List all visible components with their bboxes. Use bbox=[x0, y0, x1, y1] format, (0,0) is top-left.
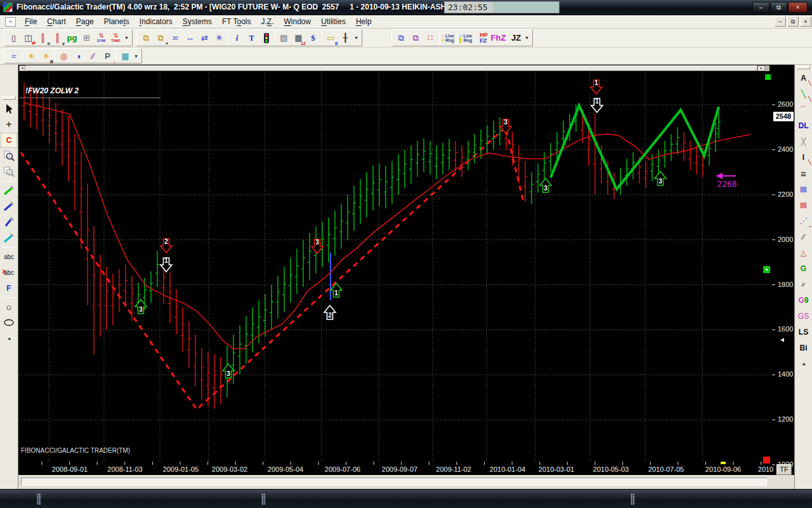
cross-lines-tool[interactable]: ╳ bbox=[796, 134, 812, 149]
right-toolbox-handle[interactable] bbox=[797, 66, 810, 69]
arc-tool[interactable]: ⌒ bbox=[796, 102, 812, 117]
fan-tool[interactable]: ∕∕∕ bbox=[796, 277, 812, 292]
menu-fttools[interactable]: FT Tools bbox=[217, 16, 256, 27]
calendar-icon[interactable]: ▦12 bbox=[291, 30, 306, 45]
text-abc-tool[interactable]: abc bbox=[1, 249, 17, 264]
bars-n-icon[interactable]: ║n bbox=[36, 30, 50, 45]
open-page-icon[interactable]: ◫⇄ bbox=[21, 30, 36, 45]
planet-lines-icon[interactable]: ≈ bbox=[6, 49, 21, 64]
dl-tool[interactable]: DL bbox=[796, 118, 812, 133]
pitchfork-tool[interactable]: A╲ bbox=[796, 70, 812, 86]
print-icon[interactable]: ▤ bbox=[277, 30, 291, 45]
zoom-disabled-tool[interactable] bbox=[1, 164, 17, 180]
pan-icon[interactable]: ⇄ bbox=[197, 30, 212, 45]
menu-planets[interactable]: Planets bbox=[99, 16, 134, 27]
menu-page[interactable]: Page bbox=[71, 16, 99, 27]
range-bars-tool[interactable]: ⋰▪ bbox=[796, 213, 812, 229]
expand-bars-icon[interactable]: ↔ bbox=[183, 30, 197, 45]
dropdown-icon[interactable]: ▾ bbox=[133, 49, 140, 64]
gs-tool[interactable]: GS bbox=[796, 309, 812, 324]
text-delete-tool[interactable]: abc× bbox=[1, 265, 17, 280]
p-angle-icon[interactable]: P∕ bbox=[100, 49, 115, 64]
menu-indicators[interactable]: Indicators bbox=[134, 16, 178, 27]
ellipse-tool[interactable] bbox=[1, 315, 17, 330]
zoom-page-tool[interactable] bbox=[1, 149, 17, 164]
squeeze-bars-icon[interactable]: ≍ bbox=[168, 30, 183, 45]
gann-g-tool[interactable]: G bbox=[796, 261, 812, 276]
candle-tool-icon[interactable]: ╂ bbox=[338, 30, 353, 45]
info-icon[interactable]: i bbox=[230, 30, 244, 45]
pointer-tool[interactable] bbox=[1, 101, 17, 116]
fib-f-tool[interactable]: F bbox=[1, 281, 17, 296]
chart-window-icon[interactable]: ⧉ bbox=[394, 30, 409, 45]
bottom-scrollbar-track[interactable] bbox=[21, 478, 767, 486]
angle-lines-icon[interactable]: ∕∕ bbox=[86, 49, 100, 64]
rings-icon[interactable]: ◎ bbox=[56, 49, 71, 64]
pen-blue-tool[interactable] bbox=[1, 199, 17, 214]
pen-cyan-tool[interactable] bbox=[1, 231, 17, 246]
dots-grid-icon[interactable]: ∷ bbox=[423, 30, 438, 45]
dollar-icon[interactable]: $ bbox=[306, 30, 320, 45]
dropdown-icon[interactable]: ▾ bbox=[523, 30, 530, 45]
live-range-f-icon[interactable]: ∷FLiveRng bbox=[441, 30, 455, 45]
menu-utilities[interactable]: Utilities bbox=[316, 16, 351, 27]
chart-canvas[interactable] bbox=[18, 65, 794, 475]
scrollbar-left-arrow[interactable]: ◂ bbox=[19, 65, 25, 71]
crosshair-tool[interactable]: + bbox=[1, 117, 17, 132]
sym-icon[interactable]: ⇅SYM bbox=[94, 30, 108, 45]
mdi-minimize-button[interactable]: – bbox=[775, 17, 786, 27]
sun-r-icon[interactable]: ☀R bbox=[39, 49, 53, 64]
notebook-icon[interactable]: ▦ bbox=[118, 49, 133, 64]
scroll-left-icon[interactable]: ◂ bbox=[796, 356, 812, 371]
scrollbar-thumb[interactable] bbox=[25, 65, 757, 71]
window-restore-button[interactable]: ⧉ bbox=[770, 2, 787, 13]
window-minimize-button[interactable]: – bbox=[752, 2, 769, 13]
chart-window-alt-icon[interactable]: ⧉ bbox=[409, 30, 423, 45]
jz-icon[interactable]: JZ bbox=[509, 30, 523, 45]
scroll-left-icon[interactable]: ◂ bbox=[1, 331, 17, 346]
menu-chart[interactable]: Chart bbox=[42, 16, 70, 27]
bars-v-icon[interactable]: ║v bbox=[50, 30, 65, 45]
traffic-light-icon[interactable] bbox=[259, 30, 273, 45]
hlines-tool[interactable]: ≡ bbox=[796, 166, 812, 181]
timeframe-button[interactable]: TF bbox=[776, 464, 792, 475]
retracement-tool[interactable]: I╲ bbox=[796, 150, 812, 165]
mdi-close-button[interactable]: × bbox=[800, 17, 811, 27]
ls-tool[interactable]: LS bbox=[796, 324, 812, 340]
parallel-lines-tool[interactable]: ∕∕ bbox=[796, 229, 812, 244]
pen-green-tool[interactable] bbox=[1, 183, 17, 198]
pen-blue-steep-tool[interactable] bbox=[1, 215, 17, 230]
triangle-tool[interactable]: △ bbox=[796, 245, 812, 260]
live-range-2-icon[interactable]: ∷▌LiveRng bbox=[459, 30, 473, 45]
bottom-scrollbar[interactable] bbox=[18, 475, 794, 489]
g9-tool[interactable]: G9 bbox=[796, 293, 812, 308]
pg-icon[interactable]: pg bbox=[65, 30, 79, 45]
chart-top-scrollbar[interactable]: ◂ ▸ bbox=[19, 65, 769, 71]
menu-systems[interactable]: Systems bbox=[178, 16, 217, 27]
new-page-icon[interactable]: ▯ bbox=[6, 30, 21, 45]
cascade-icon[interactable]: ⧉ bbox=[139, 30, 154, 45]
vlines-red-tool[interactable]: |||| bbox=[796, 197, 812, 213]
cascade-add-icon[interactable]: ⧉+ bbox=[154, 30, 168, 45]
text-icon[interactable]: T bbox=[244, 30, 259, 45]
planet-circle-icon[interactable]: ◑ bbox=[71, 49, 86, 64]
left-toolbox-handle[interactable] bbox=[2, 97, 16, 100]
time-icon[interactable]: ⇅TIME bbox=[108, 30, 123, 45]
dropdown-icon[interactable]: ▾ bbox=[123, 30, 130, 45]
menu-file[interactable]: File bbox=[20, 16, 42, 27]
scrollbar-right-arrow[interactable]: ▸ bbox=[757, 65, 765, 71]
star-icon[interactable]: ✳ bbox=[212, 30, 226, 45]
trendlines-tool[interactable]: ╲╲ bbox=[796, 86, 812, 102]
window-close-button[interactable]: × bbox=[788, 2, 808, 13]
menu-window[interactable]: Window bbox=[279, 16, 317, 27]
circle-tool[interactable]: ○ bbox=[1, 299, 17, 314]
bi-tool[interactable]: Bi bbox=[796, 340, 812, 356]
menu-jz[interactable]: J.Z. bbox=[256, 16, 278, 27]
vlines-blue-tool[interactable]: |||| bbox=[796, 182, 812, 197]
chart-doc-icon[interactable]: ≈ bbox=[5, 17, 16, 27]
sun-icon[interactable]: ☀ bbox=[24, 49, 39, 64]
window-grid-icon[interactable]: ⊞ bbox=[79, 30, 94, 45]
magnet-tool[interactable]: C bbox=[1, 133, 17, 148]
menu-help[interactable]: Help bbox=[351, 16, 377, 27]
fhz-icon[interactable]: FhZ bbox=[491, 30, 506, 45]
